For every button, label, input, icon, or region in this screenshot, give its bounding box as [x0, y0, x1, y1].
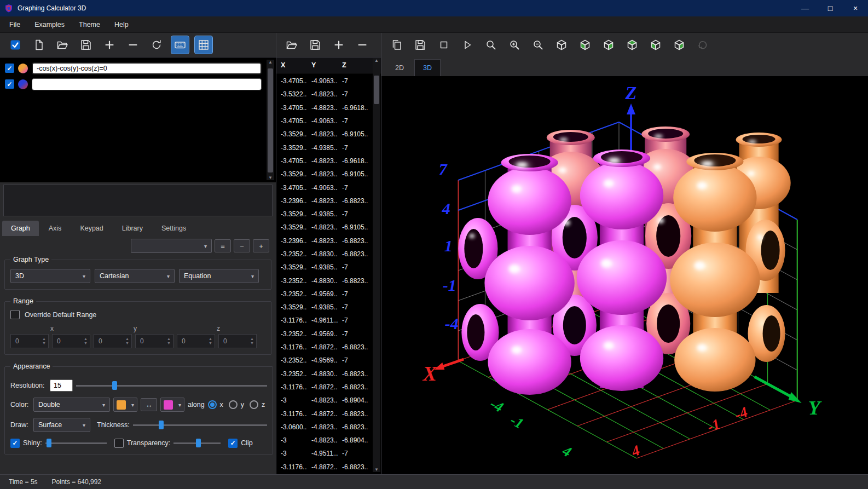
resolution-input[interactable]: 15	[50, 379, 73, 392]
table-row[interactable]: -3.1176...-4.8872...-6.8823...	[276, 381, 381, 394]
color-b-swatch[interactable]: ▾	[160, 398, 184, 412]
range-z-max-spinner[interactable]: 0▲▼	[218, 334, 257, 348]
add-equation-button[interactable]	[101, 36, 118, 54]
equation-row[interactable]	[3, 60, 264, 76]
table-row[interactable]: -3.2396...-4.8823...-6.8823...	[276, 234, 381, 248]
color-a-swatch[interactable]: ▾	[113, 398, 137, 412]
minimize-button[interactable]: —	[792, 0, 818, 16]
equation-color-swatch[interactable]	[18, 64, 28, 73]
table-row[interactable]: -3.2352...-4.9569...-7	[276, 327, 381, 341]
table-row[interactable]: -3.2352...-4.9569...-7	[276, 287, 381, 301]
shiny-slider[interactable]	[45, 438, 107, 448]
new-file-button[interactable]	[30, 36, 48, 54]
table-row[interactable]: -3.4705...-4.8823...-6.9618...	[276, 101, 381, 114]
range-y-min-spinner[interactable]: 0▲▼	[94, 334, 132, 348]
scroll-down-icon[interactable]: ▼	[373, 467, 380, 472]
table-row[interactable]: -3-4.8823...-6.8904...	[276, 434, 381, 447]
select-all-toggle[interactable]	[7, 36, 24, 54]
view-cube-right-button[interactable]	[600, 36, 617, 54]
stop-button[interactable]	[435, 36, 453, 54]
remove-row-button[interactable]	[354, 36, 371, 54]
table-row[interactable]: -3.1176...-4.9611...-7	[276, 314, 381, 327]
table-row[interactable]: -3-4.9511...-7	[276, 447, 381, 460]
remove-graph-button[interactable]: −	[234, 239, 250, 252]
coordinate-select[interactable]: Cartesian▾	[95, 269, 175, 283]
table-row[interactable]: -3.3529...-4.8823...-6.9105...	[276, 221, 381, 234]
column-header-x[interactable]: X	[276, 61, 307, 69]
menu-examples[interactable]: Examples	[27, 18, 72, 32]
plot-viewport[interactable]: X Y Z 7	[381, 76, 868, 474]
transparency-checkbox[interactable]	[114, 439, 124, 448]
override-range-checkbox[interactable]	[10, 310, 20, 319]
table-row[interactable]: -3-4.8823...-6.8904...	[276, 394, 381, 407]
table-row[interactable]: -3.4705...-4.9063...-7	[276, 181, 381, 194]
range-x-min-spinner[interactable]: 0▲▼	[10, 334, 49, 348]
open-table-button[interactable]	[283, 36, 300, 54]
scrollbar-thumb[interactable]	[374, 76, 379, 104]
play-button[interactable]	[459, 36, 476, 54]
table-row[interactable]: -3.1176...-4.8872...-6.8823...	[276, 407, 381, 420]
table-row[interactable]: -3.3529...-4.8823...-6.9105...	[276, 168, 381, 181]
shiny-checkbox[interactable]	[10, 439, 20, 448]
table-row[interactable]: -3.2396...-4.8823...-6.8823...	[276, 194, 381, 208]
view-tab-2d[interactable]: 2D	[387, 60, 412, 76]
save-file-button[interactable]	[77, 36, 95, 54]
tab-graph[interactable]: Graph	[2, 221, 39, 236]
draw-mode-select[interactable]: Surface▾	[33, 418, 90, 432]
remove-equation-button[interactable]	[124, 36, 142, 54]
add-row-button[interactable]	[330, 36, 348, 54]
keypad-toggle-button[interactable]	[171, 36, 189, 54]
view-cube-left-button[interactable]	[576, 36, 594, 54]
save-image-button[interactable]	[412, 36, 429, 54]
along-x-radio[interactable]	[208, 400, 217, 409]
equation-input[interactable]	[32, 62, 262, 74]
tab-library[interactable]: Library	[113, 221, 152, 236]
graph-list-button[interactable]: ≡	[215, 239, 231, 252]
form-select[interactable]: Equation▾	[179, 269, 259, 283]
equation-row[interactable]	[3, 76, 264, 92]
equation-visible-checkbox[interactable]	[5, 79, 14, 89]
table-row[interactable]: -3.4705...-4.9063...-7	[276, 74, 381, 88]
dimension-select[interactable]: 3D▾	[10, 269, 90, 283]
table-row[interactable]: -3.2352...-4.8830...-6.8823...	[276, 274, 381, 287]
close-button[interactable]: ×	[843, 0, 868, 16]
table-row[interactable]: -3.1176...-4.8872...-6.8823...	[276, 461, 381, 474]
open-file-button[interactable]	[54, 36, 71, 54]
graph-preset-select[interactable]: ▾	[131, 239, 212, 253]
column-header-y[interactable]: Y	[307, 61, 338, 69]
menu-help[interactable]: Help	[107, 18, 136, 32]
equation-visible-checkbox[interactable]	[5, 64, 14, 73]
table-row[interactable]: -3.3529...-4.9385...-7	[276, 141, 381, 154]
zoom-out-button[interactable]	[529, 36, 547, 54]
zoom-in-button[interactable]	[506, 36, 523, 54]
table-row[interactable]: -3.3529...-4.9385...-7	[276, 261, 381, 274]
range-y-max-spinner[interactable]: 0▲▼	[135, 334, 173, 348]
along-y-radio[interactable]	[229, 400, 238, 409]
table-row[interactable]: -3.0600...-4.8823...-6.8823...	[276, 421, 381, 434]
along-z-radio[interactable]	[250, 400, 258, 409]
menu-file[interactable]: File	[2, 18, 27, 32]
tab-axis[interactable]: Axis	[40, 221, 71, 236]
scroll-up-icon[interactable]: ▲	[373, 58, 380, 63]
column-header-z[interactable]: Z	[338, 61, 368, 69]
menu-theme[interactable]: Theme	[72, 18, 107, 32]
equation-input[interactable]	[32, 78, 262, 90]
view-cube-iso-button[interactable]	[553, 36, 570, 54]
view-cube-front-button[interactable]	[647, 36, 664, 54]
clip-checkbox[interactable]	[228, 439, 238, 448]
table-row[interactable]: -3.3529...-4.9385...-7	[276, 301, 381, 314]
add-graph-button[interactable]: +	[253, 239, 269, 252]
table-row[interactable]: -3.2352...-4.8830...-6.8823...	[276, 248, 381, 261]
color-mode-select[interactable]: Double▾	[33, 398, 110, 412]
scrollbar-thumb[interactable]	[268, 68, 273, 172]
table-row[interactable]: -3.4705...-4.8823...-6.9618...	[276, 154, 381, 168]
scroll-down-icon[interactable]: ▼	[267, 175, 274, 180]
view-cube-top-button[interactable]	[623, 36, 641, 54]
save-table-button[interactable]	[306, 36, 324, 54]
copy-image-button[interactable]	[388, 36, 406, 54]
equation-scrollbar[interactable]: ▲ ▼	[267, 60, 274, 180]
maximize-button[interactable]: □	[818, 0, 843, 16]
table-row[interactable]: -3.5322...-4.8823...-7	[276, 88, 381, 101]
table-row[interactable]: -3.1176...-4.8872...-6.8823...	[276, 341, 381, 354]
table-row[interactable]: -3.3529...-4.8823...-6.9105...	[276, 128, 381, 141]
